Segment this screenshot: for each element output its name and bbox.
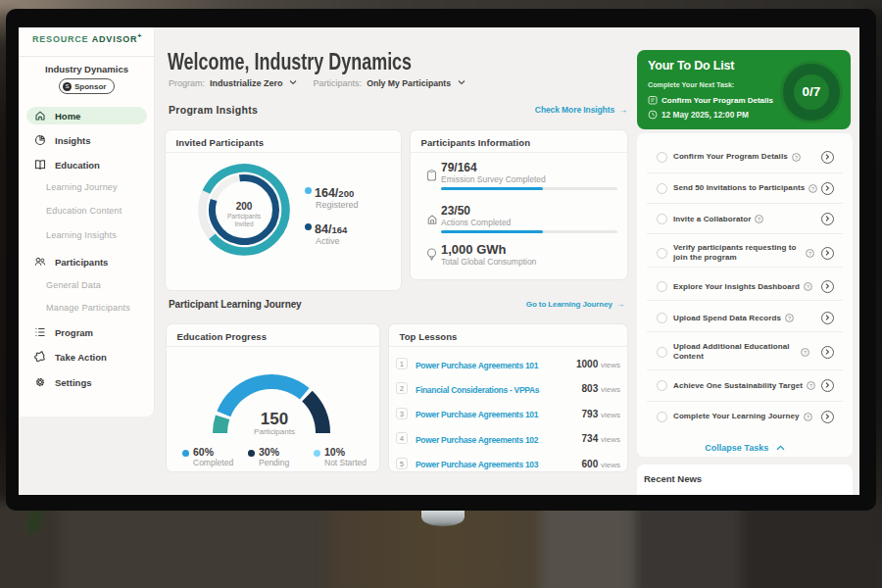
svg-text:?: ?: [795, 154, 798, 160]
svg-text:?: ?: [804, 349, 807, 355]
svg-text:?: ?: [806, 414, 808, 419]
svg-text:?: ?: [808, 250, 811, 256]
svg-text:?: ?: [758, 217, 760, 222]
svg-text:?: ?: [788, 316, 791, 321]
svg-text:?: ?: [807, 284, 809, 290]
svg-text:?: ?: [809, 383, 812, 389]
svg-text:?: ?: [811, 185, 814, 191]
